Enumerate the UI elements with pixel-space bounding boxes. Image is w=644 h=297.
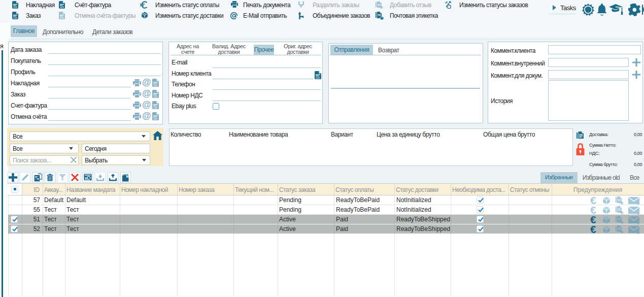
svg-text:123: 123 [13,6,17,9]
svg-text:123: 123 [60,17,64,19]
svg-text:123: 123 [153,118,157,120]
svg-text:123: 123 [153,107,157,109]
svg-text:123: 123 [153,84,157,87]
svg-text:123: 123 [13,17,17,19]
svg-text:123: 123 [60,6,64,9]
svg-text:123: 123 [153,95,157,98]
svg-text:123: 123 [316,77,320,79]
